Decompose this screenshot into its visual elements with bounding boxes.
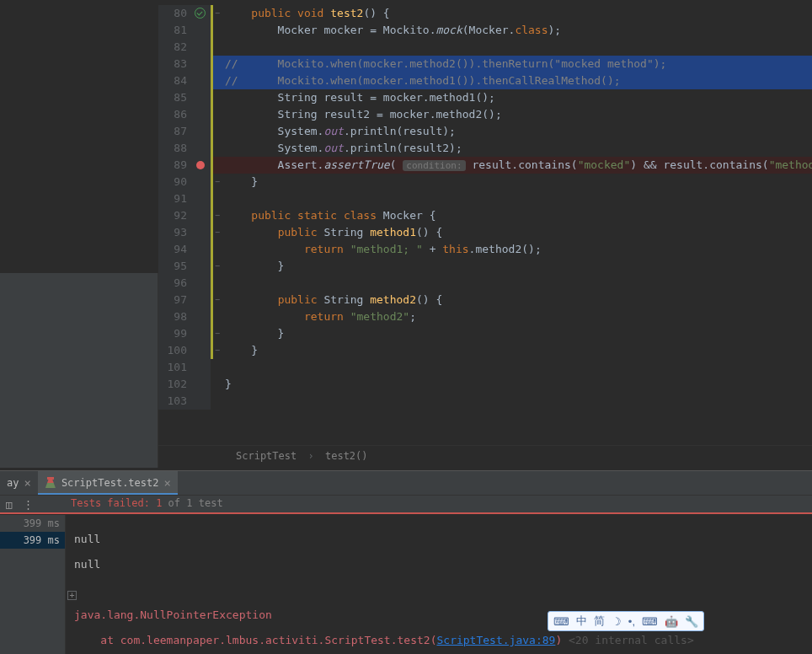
gutter-mark[interactable] [192, 72, 211, 89]
line-number[interactable]: 91 [158, 190, 192, 207]
line-number[interactable]: 80 [158, 5, 192, 22]
gutter-mark[interactable] [192, 224, 211, 241]
robot-icon[interactable]: 🤖 [665, 615, 678, 628]
code-text[interactable]: return "method2"; [222, 308, 812, 325]
code-text[interactable]: public static class Mocker { [222, 207, 812, 224]
gutter-mark[interactable] [192, 190, 211, 207]
code-text[interactable]: Assert.assertTrue( condition: result.con… [222, 157, 812, 174]
code-text[interactable]: String result = mocker.method1(); [222, 89, 812, 106]
close-icon[interactable]: × [24, 476, 30, 490]
gutter-mark[interactable] [192, 207, 211, 224]
line-number[interactable]: 100 [158, 342, 192, 359]
code-text[interactable]: public String method1() { [222, 224, 812, 241]
fold-toggle[interactable]: − [213, 207, 222, 224]
code-text[interactable]: // Mockito.when(mocker.method1()).thenCa… [222, 72, 812, 89]
code-text[interactable]: } [222, 376, 812, 393]
fold-toggle[interactable]: − [213, 292, 222, 308]
line-number[interactable]: 84 [158, 72, 192, 89]
gutter-mark[interactable] [192, 89, 211, 106]
code-text[interactable]: String result2 = mocker.method2(); [222, 106, 812, 123]
gutter-mark[interactable] [192, 174, 211, 190]
code-line[interactable]: 86 String result2 = mocker.method2(); [158, 106, 812, 123]
test-node-duration-selected[interactable]: 399 ms [0, 532, 65, 549]
keyboard-icon[interactable]: ⌨ [642, 615, 658, 628]
code-line[interactable]: 88 System.out.println(result2); [158, 140, 812, 157]
close-icon[interactable]: × [163, 476, 170, 490]
gutter-mark[interactable] [192, 393, 211, 410]
code-line[interactable]: 99− } [158, 325, 812, 342]
ime-toolbar[interactable]: ⌨ 中 简 ☽ •, ⌨ 🤖 🔧 [548, 611, 704, 631]
line-number[interactable]: 94 [158, 241, 192, 258]
code-text[interactable]: } [222, 258, 812, 275]
code-text[interactable]: System.out.println(result2); [222, 140, 812, 157]
test-pass-icon[interactable] [195, 8, 206, 19]
gutter-mark[interactable] [192, 342, 211, 359]
line-number[interactable]: 96 [158, 275, 192, 292]
code-line[interactable]: 95− } [158, 258, 812, 275]
line-number[interactable]: 103 [158, 393, 192, 410]
gutter-mark[interactable] [192, 39, 211, 56]
line-number[interactable]: 82 [158, 39, 192, 56]
breakpoint-icon[interactable] [196, 161, 205, 169]
fold-toggle[interactable]: − [213, 5, 222, 22]
fold-toggle[interactable]: − [213, 342, 222, 359]
test-console[interactable]: null null java.lang.NullPointerException… [66, 515, 812, 654]
line-number[interactable]: 85 [158, 89, 192, 106]
gutter-mark[interactable] [192, 292, 211, 308]
code-text[interactable]: return "method1; " + this.method2(); [222, 241, 812, 258]
line-number[interactable]: 101 [158, 359, 192, 376]
code-line[interactable]: 103 [158, 393, 812, 410]
gutter-mark[interactable] [192, 5, 211, 22]
code-text[interactable]: Mocker mocker = Mockito.mock(Mocker.clas… [222, 22, 812, 39]
breadcrumb[interactable]: ScriptTest › test2() [158, 445, 812, 467]
source-link[interactable]: ScriptTest.java:89 [436, 634, 555, 646]
code-text[interactable] [222, 275, 812, 292]
line-number[interactable]: 98 [158, 308, 192, 325]
code-line[interactable]: 80− public void test2() { [158, 5, 812, 22]
fold-toggle[interactable]: − [213, 174, 222, 190]
gutter-mark[interactable] [192, 22, 211, 39]
gutter-mark[interactable] [192, 275, 211, 292]
line-number[interactable]: 86 [158, 106, 192, 123]
code-text[interactable]: // Mockito.when(mocker.method2()).thenRe… [222, 56, 812, 72]
code-text[interactable]: } [222, 325, 812, 342]
code-editor[interactable]: 80− public void test2() {81 Mocker mocke… [158, 0, 812, 438]
moon-icon[interactable]: ☽ [612, 615, 622, 628]
breadcrumb-method[interactable]: test2() [325, 450, 368, 462]
code-line[interactable]: 85 String result = mocker.method1(); [158, 89, 812, 106]
line-number[interactable]: 92 [158, 207, 192, 224]
breadcrumb-class[interactable]: ScriptTest [236, 450, 296, 462]
code-line[interactable]: 91 [158, 190, 812, 207]
code-line[interactable]: 82 [158, 39, 812, 56]
gutter-mark[interactable] [192, 123, 211, 140]
code-text[interactable] [222, 39, 812, 56]
line-number[interactable]: 99 [158, 325, 192, 342]
code-line[interactable]: 81 Mocker mocker = Mockito.mock(Mocker.c… [158, 22, 812, 39]
code-line[interactable]: 102} [158, 376, 812, 393]
code-line[interactable]: 98 return "method2"; [158, 308, 812, 325]
code-line[interactable]: 101 [158, 359, 812, 376]
tab-other[interactable]: ay × [0, 471, 38, 495]
code-line[interactable]: 93− public String method1() { [158, 224, 812, 241]
code-text[interactable]: public String method2() { [222, 292, 812, 308]
line-number[interactable]: 90 [158, 174, 192, 190]
code-text[interactable] [222, 393, 812, 410]
tab-scripttest-test2[interactable]: ScriptTest.test2 × [38, 471, 178, 495]
line-number[interactable]: 81 [158, 22, 192, 39]
line-number[interactable]: 87 [158, 123, 192, 140]
test-node-duration[interactable]: 399 ms [0, 515, 65, 532]
more-icon[interactable]: ⋮ [19, 495, 37, 513]
ime-simplified[interactable]: 简 [594, 614, 605, 629]
ime-lang-cn[interactable]: 中 [576, 614, 587, 629]
code-line[interactable]: 87 System.out.println(result); [158, 123, 812, 140]
code-text[interactable]: } [222, 342, 812, 359]
wrench-icon[interactable]: 🔧 [685, 615, 698, 628]
gutter-mark[interactable] [192, 325, 211, 342]
code-line[interactable]: 100− } [158, 342, 812, 359]
line-number[interactable]: 102 [158, 376, 192, 393]
gutter-mark[interactable] [192, 241, 211, 258]
ime-keyboard-icon[interactable]: ⌨ [553, 615, 569, 628]
line-number[interactable]: 89 [158, 157, 192, 174]
line-number[interactable]: 88 [158, 140, 192, 157]
code-line[interactable]: 89 Assert.assertTrue( condition: result.… [158, 157, 812, 174]
